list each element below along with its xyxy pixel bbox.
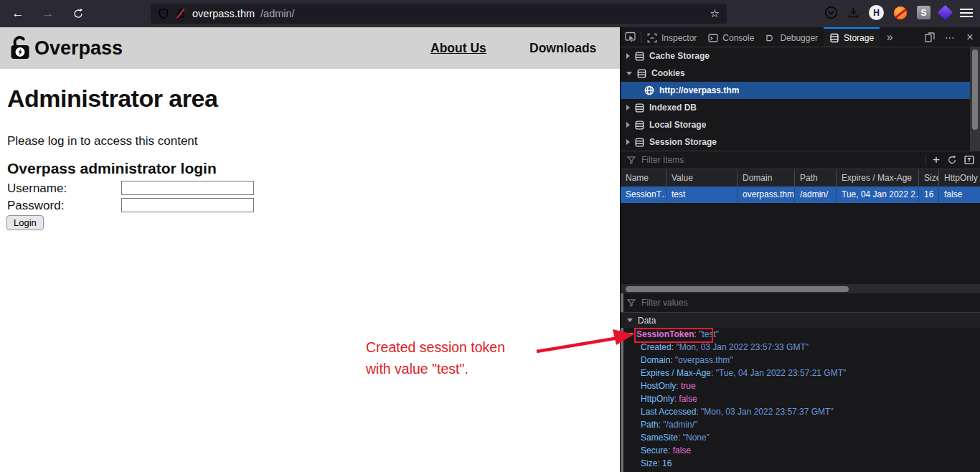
devtools-menu-button[interactable]: ⋯ [940, 27, 960, 47]
cookie-table-row[interactable]: SessionT… test overpass.thm /admin/ Tue,… [621, 187, 980, 203]
funnel-icon [627, 298, 636, 307]
prop-httponly[interactable]: HttpOnly: false [621, 392, 980, 405]
prop-expires[interactable]: Expires / Max-Age: "Tue, 04 Jan 2022 23:… [621, 367, 980, 379]
column-header[interactable]: Domain [737, 169, 794, 187]
prop-secure[interactable]: Secure: false [621, 444, 980, 457]
globe-icon [644, 85, 654, 95]
element-picker-button[interactable] [621, 27, 641, 47]
cell-httponly: false [938, 187, 980, 203]
more-tabs-button[interactable]: » [880, 27, 900, 47]
devtools-tabbar: Inspector Console Debugger Storage » [621, 27, 980, 47]
chevron-down-icon [627, 318, 633, 322]
column-header[interactable]: HttpOnly [938, 169, 980, 187]
tree-item-local-storage[interactable]: Local Storage [621, 116, 980, 133]
filter-items-bar[interactable]: Filter Items + [621, 151, 980, 169]
meatball-menu-icon: ⋯ [945, 32, 955, 43]
tree-item-session-storage[interactable]: Session Storage [621, 133, 980, 151]
toggle-sidebar-button[interactable] [964, 155, 974, 165]
chevron-right-icon[interactable] [626, 122, 630, 128]
column-header[interactable]: Expires / Max-Age [836, 169, 918, 187]
tree-item-indexed-db[interactable]: Indexed DB [621, 99, 980, 116]
horizontal-scrollbar-thumb[interactable] [626, 286, 849, 292]
refresh-button[interactable] [947, 155, 957, 165]
forward-button[interactable]: → [39, 5, 57, 22]
tab-inspector[interactable]: Inspector [641, 27, 702, 47]
back-button[interactable]: ← [9, 5, 27, 22]
close-icon: × [966, 30, 974, 44]
url-bar[interactable]: overpass.thm/admin/ ☆ [151, 4, 727, 24]
prop-created[interactable]: Created: "Mon, 03 Jan 2022 23:57:33 GMT" [621, 341, 980, 354]
chevron-right-icon[interactable] [626, 139, 630, 145]
tree-item-overpass-host[interactable]: http://overpass.thm [621, 82, 980, 99]
chevron-down-icon[interactable] [626, 72, 632, 75]
console-icon [708, 33, 718, 43]
brand-title: Overpass [34, 37, 123, 60]
tree-label: Cookies [651, 68, 685, 78]
tree-label: http://overpass.thm [659, 85, 739, 95]
back-icon: ← [12, 6, 24, 21]
cookie-root-row[interactable]: SessionToken: "test" [621, 328, 980, 341]
tab-label: Debugger [780, 33, 818, 43]
browser-toolbar: ← → overpass.thm/admin/ ☆ H S [0, 0, 980, 27]
tab-console[interactable]: Console [702, 27, 760, 47]
add-item-button[interactable]: + [933, 153, 940, 167]
pocket-icon[interactable] [824, 6, 838, 19]
chevron-right-icon[interactable] [626, 105, 630, 110]
extension-fox-icon[interactable] [893, 6, 908, 20]
data-section-header[interactable]: Data [621, 313, 980, 328]
download-icon[interactable] [847, 6, 859, 19]
cell-domain: overpass.thm [737, 187, 794, 203]
shield-icon[interactable] [158, 8, 169, 19]
password-label: Password: [7, 199, 64, 213]
horizontal-scrollbar[interactable] [621, 284, 980, 293]
column-header[interactable]: Name [621, 169, 666, 187]
login-button[interactable]: Login [6, 215, 44, 230]
column-header[interactable]: Size [918, 169, 938, 187]
page-title: Administrator area [7, 85, 217, 113]
nav-about-us-link[interactable]: About Us [430, 41, 486, 56]
extension-h-icon[interactable]: H [869, 5, 884, 20]
annotation-line2: with value "test". [366, 358, 552, 379]
filter-values-placeholder: Filter values [641, 298, 688, 308]
tree-item-cache-storage[interactable]: Cache Storage [621, 47, 980, 65]
prop-samesite[interactable]: SameSite: "None" [621, 431, 980, 444]
tab-label: Console [722, 33, 754, 43]
nav-downloads-link[interactable]: Downloads [529, 41, 596, 56]
forward-icon: → [42, 6, 55, 21]
responsive-mode-button[interactable] [920, 27, 940, 47]
cookie-name: SessionToken [636, 329, 694, 339]
tab-debugger[interactable]: Debugger [760, 27, 824, 47]
devtools-close-button[interactable]: × [960, 27, 980, 47]
username-input[interactable] [121, 181, 254, 195]
annotation-text: Created session token with value "test". [366, 336, 552, 379]
database-icon [635, 121, 644, 130]
cell-value: test [666, 187, 737, 203]
prop-last-accessed[interactable]: Last Accessed: "Mon, 03 Jan 2022 23:57:3… [621, 405, 980, 418]
prop-hostonly[interactable]: HostOnly: true [621, 379, 980, 392]
extension-purple-icon[interactable] [938, 5, 953, 20]
tree-item-cookies[interactable]: Cookies [621, 65, 980, 82]
chevron-right-icon[interactable] [626, 53, 630, 59]
menu-hamburger-icon[interactable] [960, 9, 973, 17]
reload-button[interactable] [69, 5, 88, 22]
column-header[interactable]: Value [666, 169, 737, 187]
login-message: Please log in to access this content [7, 134, 198, 148]
database-icon [635, 138, 644, 147]
tree-scrollbar-thumb[interactable] [972, 49, 978, 130]
element-picker-icon [625, 32, 636, 43]
overpass-logo-icon [7, 35, 33, 61]
tree-scrollbar[interactable] [970, 47, 980, 151]
prop-size[interactable]: Size: 16 [621, 457, 980, 470]
prop-domain[interactable]: Domain: "overpass.thm" [621, 354, 980, 367]
username-label: Username: [7, 181, 67, 196]
filter-values-bar[interactable]: Filter values [621, 293, 980, 313]
insecure-lock-icon[interactable] [175, 8, 187, 19]
extension-s-icon[interactable]: S [917, 6, 930, 19]
chevron-down-icon[interactable] [628, 333, 633, 336]
prop-path[interactable]: Path: "/admin/" [621, 418, 980, 431]
tab-storage[interactable]: Storage [824, 27, 880, 47]
password-input[interactable] [121, 198, 254, 212]
column-header[interactable]: Path [794, 169, 836, 187]
cell-size: 16 [918, 187, 938, 203]
bookmark-star-icon[interactable]: ☆ [710, 7, 720, 20]
